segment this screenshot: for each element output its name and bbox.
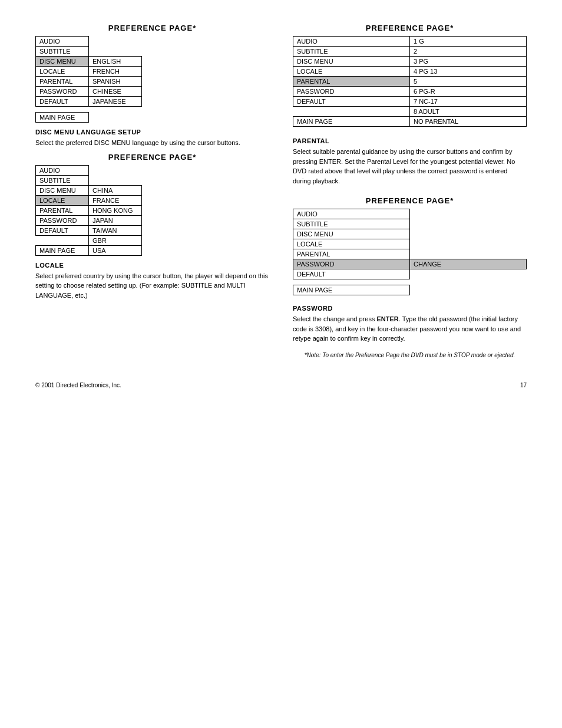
table-row: DEFAULT JAPANESE (36, 97, 142, 107)
table-row: PARENTAL HONG KONG (36, 205, 142, 215)
table-row: AUDIO (36, 165, 142, 175)
parental-text: Select suitable parental guidance by usi… (293, 147, 527, 186)
footer: © 2001 Directed Electronics, Inc. 17 (35, 382, 527, 388)
table-row: LOCALE (293, 239, 527, 249)
cell-password: PASSWORD (293, 87, 410, 97)
pref-title-2: PREFERENCE PAGE* (293, 24, 527, 32)
cell-audio: AUDIO (36, 165, 89, 175)
cell-discmenu: DISC MENU (293, 57, 410, 67)
cell-6pgr: 6 PG-R (410, 87, 527, 97)
cell-default: DEFAULT (293, 269, 410, 279)
cell-audio: AUDIO (293, 37, 410, 47)
password-text-bold: ENTER (376, 315, 398, 322)
cell-spacer (36, 107, 142, 113)
table-row: MAIN PAGE NO PARENTAL (293, 117, 527, 127)
table-row: PASSWORD CHANGE (293, 259, 527, 269)
cell-4pg13: 4 PG 13 (410, 67, 527, 77)
table-row: PASSWORD 6 PG-R (293, 87, 527, 97)
table-row: DISC MENU (293, 229, 527, 239)
cell-subtitle: SUBTITLE (293, 219, 410, 229)
password-text: Select the change and press ENTER. Type … (293, 314, 527, 344)
cell-discmenu-r (410, 229, 527, 239)
table-row: PARENTAL (293, 249, 527, 259)
copyright: © 2001 Directed Electronics, Inc. (35, 382, 121, 388)
cell-subtitle-r (89, 175, 142, 185)
cell-password-left: PASSWORD (36, 87, 89, 97)
table-row: PARENTAL 5 (293, 77, 527, 87)
cell-empty (36, 235, 89, 245)
pref-title-3: PREFERENCE PAGE* (35, 153, 269, 162)
table-row: AUDIO (36, 37, 142, 47)
cell-locale: LOCALE (36, 195, 89, 205)
table-row: DEFAULT 7 NC-17 (293, 97, 527, 107)
cell-discmenu: DISC MENU (36, 185, 89, 195)
cell-mainpage: MAIN PAGE (36, 113, 89, 123)
cell-password-right: CHINESE (89, 87, 142, 97)
cell-subtitle-r (410, 219, 527, 229)
table-row: PASSWORD CHINESE (36, 87, 142, 97)
table-row (36, 107, 142, 113)
cell-mainpage-r (410, 285, 527, 295)
table-row: MAIN PAGE (36, 113, 142, 123)
cell-discmenu-left: DISC MENU (36, 57, 89, 67)
cell-7nc17: 7 NC-17 (410, 97, 527, 107)
cell-audio: AUDIO (293, 209, 410, 219)
password-title: PASSWORD (293, 305, 527, 312)
cell-password: PASSWORD (293, 259, 410, 269)
cell-mainpage: MAIN PAGE (293, 285, 410, 295)
cell-default: DEFAULT (293, 97, 410, 107)
note-text: *Note: To enter the Preference Page the … (293, 352, 527, 358)
table-row: SUBTITLE (36, 175, 142, 185)
pref-table-4: AUDIO SUBTITLE DISC MENU LOCALE (293, 209, 527, 295)
parental-title: PARENTAL (293, 137, 527, 144)
cell-default-r: TAIWAN (89, 225, 142, 235)
page-number: 17 (520, 382, 527, 388)
table-row: LOCALE FRENCH (36, 67, 142, 77)
table-row: GBR (36, 235, 142, 245)
cell-mainpage: MAIN PAGE (36, 245, 89, 255)
cell-usa: USA (89, 245, 142, 255)
pref-table-3: AUDIO SUBTITLE DISC MENU CHINA LOCALE FR… (35, 165, 142, 256)
locale-title: LOCALE (35, 262, 269, 269)
table-row: SUBTITLE (293, 219, 527, 229)
table-row: 8 ADULT (293, 107, 527, 117)
pref-title-4: PREFERENCE PAGE* (293, 196, 527, 205)
cell-default-left: DEFAULT (36, 97, 89, 107)
table-row: LOCALE 4 PG 13 (293, 67, 527, 77)
table-row: DISC MENU ENGLISH (36, 57, 142, 67)
table-row: AUDIO (293, 209, 527, 219)
cell-gbr: GBR (89, 235, 142, 245)
cell-5: 5 (410, 77, 527, 87)
cell-parental-r: HONG KONG (89, 205, 142, 215)
cell-audio-r (89, 165, 142, 175)
table-row (293, 279, 527, 285)
cell-noparental: NO PARENTAL (410, 117, 527, 127)
cell-locale: LOCALE (293, 67, 410, 77)
cell-subtitle: SUBTITLE (293, 47, 410, 57)
cell-audio-left: AUDIO (36, 37, 89, 47)
cell-password-r: JAPAN (89, 215, 142, 225)
cell-discmenu-r: CHINA (89, 185, 142, 195)
table-row: MAIN PAGE USA (36, 245, 142, 255)
cell-discmenu: DISC MENU (293, 229, 410, 239)
cell-mainpage-right (89, 113, 142, 123)
cell-locale: LOCALE (293, 239, 410, 249)
cell-1g: 1 G (410, 37, 527, 47)
table-row: DISC MENU 3 PG (293, 57, 527, 67)
cell-parental: PARENTAL (293, 77, 410, 87)
password-text-before: Select the change and press (293, 315, 376, 322)
table-row: PASSWORD JAPAN (36, 215, 142, 225)
table-row: MAIN PAGE (293, 285, 527, 295)
cell-discmenu-right: ENGLISH (89, 57, 142, 67)
cell-change: CHANGE (410, 259, 527, 269)
disc-menu-text: Select the preferred DISC MENU language … (35, 138, 269, 148)
cell-parental-right: SPANISH (89, 77, 142, 87)
left-col-1: PREFERENCE PAGE* AUDIO SUBTITLE DISC MEN… (35, 24, 269, 358)
cell-empty (293, 107, 410, 117)
cell-mainpage: MAIN PAGE (293, 117, 410, 127)
top-section: PREFERENCE PAGE* AUDIO SUBTITLE DISC MEN… (35, 24, 527, 358)
cell-default-right: JAPANESE (89, 97, 142, 107)
cell-2: 2 (410, 47, 527, 57)
cell-parental-r (410, 249, 527, 259)
table-row: SUBTITLE (36, 47, 142, 57)
